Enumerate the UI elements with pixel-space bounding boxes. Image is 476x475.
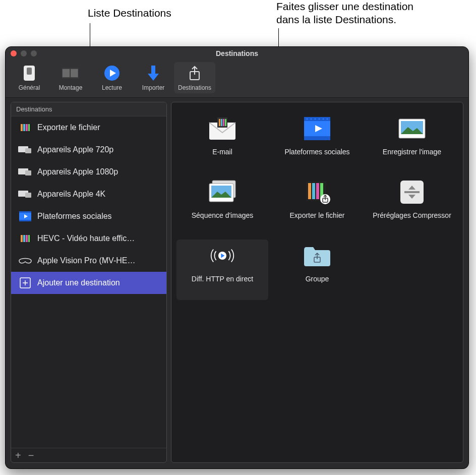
sidebar-item-social[interactable]: Plateformes sociales: [11, 205, 166, 227]
svg-rect-69: [404, 191, 420, 193]
destination-label: Diff. HTTP en direct: [192, 275, 253, 283]
destination-label: Plateformes sociales: [284, 148, 349, 156]
film-play-icon: [18, 211, 32, 221]
content-area: Destinations Exporter le fichier Apparei…: [6, 98, 468, 467]
svg-rect-42: [304, 117, 330, 121]
tab-label: Destinations: [178, 84, 211, 91]
svg-rect-29: [23, 235, 25, 242]
svg-point-46: [311, 118, 312, 120]
destination-label: Exporter le fichier: [290, 211, 345, 219]
destination-http-live[interactable]: Diff. HTTP en direct: [176, 240, 268, 300]
callout-line-1: Faites glisser une destination: [276, 0, 413, 13]
tab-general[interactable]: Général: [9, 62, 50, 93]
envelope-film-icon: [206, 114, 239, 143]
svg-rect-38: [221, 119, 222, 126]
sidebar-item-label: Apple Vision Pro (MV-HE…: [37, 256, 135, 265]
sidebar-item-label: Ajouter une destination: [37, 278, 120, 287]
svg-rect-30: [26, 235, 28, 242]
sidebar-header: Destinations: [11, 102, 166, 116]
svg-rect-39: [223, 119, 224, 126]
devices-icon: [18, 145, 32, 155]
destinations-sidebar: Destinations Exporter le fichier Apparei…: [11, 102, 167, 463]
sidebar-item-hevc[interactable]: HEVC - Vidéo haute effic…: [11, 227, 166, 250]
svg-rect-37: [219, 119, 220, 126]
add-destination-button[interactable]: +: [15, 450, 21, 460]
sidebar-item-apple-1080p[interactable]: Appareils Apple 1080p: [11, 161, 166, 183]
photo-stack-icon: [206, 178, 239, 206]
tab-playback[interactable]: Lecture: [91, 62, 133, 93]
destination-label: E-mail: [212, 148, 232, 156]
devices-icon: [18, 189, 32, 199]
svg-rect-3: [71, 69, 78, 78]
broadcast-icon: [206, 242, 239, 270]
tab-import[interactable]: Importer: [133, 62, 174, 93]
svg-rect-43: [304, 136, 330, 140]
destinations-grid: E-mail Plateformes sociales Enregistrer …: [171, 102, 463, 463]
svg-point-50: [327, 118, 328, 120]
svg-rect-20: [25, 170, 31, 175]
film-share-icon: [301, 178, 333, 206]
goggles-icon: [18, 256, 32, 266]
destination-compressor[interactable]: Préréglages Compressor: [366, 176, 458, 236]
callout-line-2: dans la liste Destinations.: [276, 13, 413, 26]
tab-label: Général: [19, 84, 40, 91]
svg-rect-59: [308, 183, 311, 199]
svg-rect-16: [28, 124, 30, 131]
compressor-icon: [396, 178, 428, 206]
svg-rect-31: [28, 235, 30, 242]
film-play-large-icon: [301, 114, 333, 143]
window-title: Destinations: [6, 49, 468, 57]
svg-rect-26: [19, 220, 31, 221]
preferences-toolbar: Général Montage Lecture Importer Destina…: [6, 60, 468, 98]
destination-label: Préréglages Compressor: [373, 211, 451, 219]
devices-icon: [18, 167, 32, 177]
sidebar-item-label: Appareils Apple 720p: [37, 145, 113, 154]
destination-label: Enregistrer l'image: [383, 148, 441, 156]
destination-social[interactable]: Plateformes sociales: [271, 112, 363, 173]
tab-label: Lecture: [102, 84, 122, 91]
remove-destination-button[interactable]: −: [28, 450, 34, 460]
tab-editing[interactable]: Montage: [50, 62, 91, 93]
sidebar-item-label: Exporter le fichier: [37, 123, 100, 132]
svg-marker-9: [148, 74, 159, 81]
svg-rect-61: [316, 183, 319, 199]
svg-rect-22: [25, 193, 31, 198]
callout-drag-destination: Faites glisser une destination dans la l…: [276, 0, 413, 27]
svg-rect-28: [21, 235, 23, 242]
sidebar-item-export-file[interactable]: Exporter le fichier: [11, 116, 166, 139]
sidebar-item-label: Plateformes sociales: [37, 212, 112, 221]
destination-label: Groupe: [306, 275, 329, 283]
svg-rect-25: [19, 211, 31, 213]
photo-icon: [396, 114, 428, 143]
destination-save-image[interactable]: Enregistrer l'image: [366, 112, 458, 173]
sidebar-item-vision-pro[interactable]: Apple Vision Pro (MV-HE…: [11, 250, 166, 272]
svg-rect-40: [225, 119, 226, 126]
destination-export-file[interactable]: Exporter le fichier: [271, 176, 363, 236]
svg-rect-4: [63, 68, 79, 69]
sidebar-item-apple-4k[interactable]: Appareils Apple 4K: [11, 183, 166, 205]
preferences-window: Destinations Général Montage Lecture Imp…: [5, 46, 469, 469]
sidebar-item-label: Appareils Apple 1080p: [37, 167, 118, 176]
titlebar: Destinations: [6, 47, 468, 60]
sidebar-item-add-destination[interactable]: Ajouter une destination: [11, 272, 166, 294]
share-up-icon: [186, 64, 204, 82]
sidebar-footer: + −: [11, 448, 166, 462]
play-circle-icon: [103, 64, 121, 82]
film-color-icon: [18, 123, 32, 133]
svg-point-45: [307, 118, 308, 120]
svg-point-47: [315, 118, 316, 120]
folder-share-icon: [301, 242, 333, 270]
svg-rect-13: [21, 124, 23, 131]
svg-point-48: [319, 118, 320, 120]
destination-email[interactable]: E-mail: [176, 112, 268, 173]
destination-image-sequence[interactable]: Séquence d'images: [176, 176, 268, 236]
svg-rect-18: [25, 148, 31, 153]
svg-rect-2: [63, 69, 70, 78]
destination-group[interactable]: Groupe: [271, 240, 363, 300]
tab-label: Montage: [59, 84, 83, 91]
sidebar-list: Exporter le fichier Appareils Apple 720p…: [11, 116, 166, 448]
svg-rect-60: [312, 183, 315, 199]
sidebar-item-apple-720p[interactable]: Appareils Apple 720p: [11, 139, 166, 161]
tab-destinations[interactable]: Destinations: [174, 62, 215, 93]
svg-rect-14: [23, 124, 25, 131]
